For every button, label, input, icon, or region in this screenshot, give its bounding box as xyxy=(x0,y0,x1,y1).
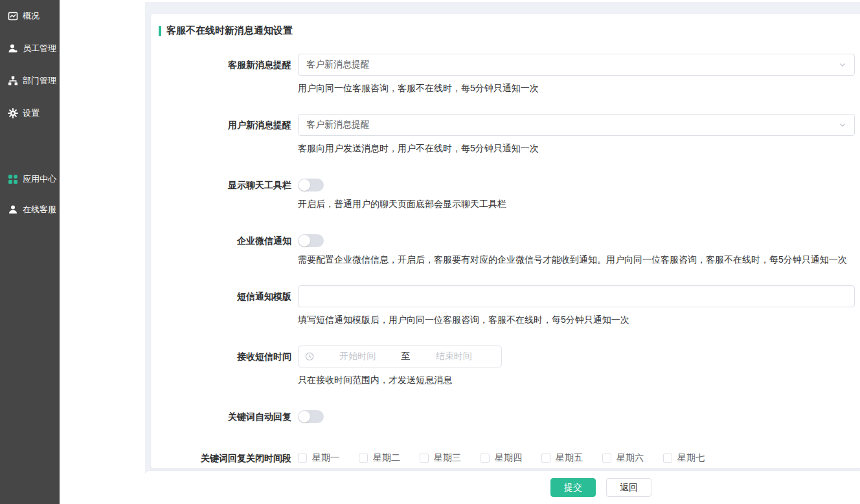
checkbox-tuesday[interactable]: 星期二 xyxy=(359,452,400,464)
field-helper: 需要配置企业微信信息，开启后，客服要有对应的企业微信号才能收到通知。用户向同一位… xyxy=(298,253,855,266)
field-label: 显示聊天工具栏 xyxy=(159,174,291,210)
sidebar-item-online-service[interactable]: 在线客服 xyxy=(0,195,60,224)
sidebar-item-department[interactable]: 部门管理 xyxy=(0,65,60,97)
checkbox-icon xyxy=(359,454,368,463)
checkbox-friday[interactable]: 星期五 xyxy=(541,452,583,464)
checkbox-sunday[interactable]: 星期七 xyxy=(663,452,705,464)
sidebar-item-label: 部门管理 xyxy=(23,75,56,87)
sidebar-item-label: 设置 xyxy=(23,107,40,119)
footer-action-bar: 提交 返回 xyxy=(145,471,860,504)
weekday-checkbox-group: 星期一 星期二 星期三 星期四 星期五 星期六 星期七 xyxy=(298,447,855,468)
start-time-placeholder[interactable]: 开始时间 xyxy=(317,351,399,362)
field-label: 短信通知模版 xyxy=(159,285,291,326)
field-label: 接收短信时间 xyxy=(159,345,291,386)
form-row-chat-toolbar: 显示聊天工具栏 开启后，普通用户的聊天页面底部会显示聊天工具栏 xyxy=(159,174,855,210)
field-label: 企业微信通知 xyxy=(159,230,291,266)
toggle-knob xyxy=(299,235,310,247)
submit-button[interactable]: 提交 xyxy=(550,478,596,497)
checkbox-monday[interactable]: 星期一 xyxy=(298,452,339,464)
form-row-keyword-close-period: 关键词回复关闭时间段 星期一 星期二 星期三 星期四 星期五 星期六 星期七 xyxy=(159,447,855,468)
field-helper: 用户向同一位客服咨询，客服不在线时，每5分钟只通知一次 xyxy=(298,82,855,94)
checkbox-thursday[interactable]: 星期四 xyxy=(481,452,522,464)
form-row-keyword-autoreply: 关键词自动回复 xyxy=(159,406,855,428)
app-center-icon xyxy=(8,174,18,184)
clock-icon xyxy=(305,352,314,361)
section-accent-bar xyxy=(159,26,161,36)
top-strip xyxy=(145,0,860,2)
chevron-down-icon xyxy=(839,61,846,69)
sidebar-item-overview[interactable]: 概况 xyxy=(0,0,60,32)
sms-time-range-picker[interactable]: 开始时间 至 结束时间 xyxy=(298,345,502,367)
wecom-notify-toggle[interactable] xyxy=(298,234,324,247)
toggle-knob xyxy=(299,411,310,422)
sidebar-item-staff[interactable]: 员工管理 xyxy=(0,32,60,65)
checkbox-icon xyxy=(298,454,307,463)
form-row-cs-new-message: 客服新消息提醒 客户新消息提醒 用户向同一位客服咨询，客服不在线时，每5分钟只通… xyxy=(159,54,855,94)
select-value: 客户新消息提醒 xyxy=(306,119,839,131)
field-helper: 填写短信通知模版后，用户向同一位客服咨询，客服不在线时，每5分钟只通知一次 xyxy=(298,313,855,326)
online-service-icon xyxy=(8,204,18,215)
end-time-placeholder[interactable]: 结束时间 xyxy=(413,351,495,362)
sidebar-item-app-center[interactable]: 应用中心 xyxy=(0,163,60,195)
back-button[interactable]: 返回 xyxy=(606,478,651,497)
field-helper: 开启后，普通用户的聊天页面底部会显示聊天工具栏 xyxy=(298,197,855,210)
overview-icon xyxy=(8,11,18,21)
secondary-sidebar xyxy=(60,0,145,504)
department-icon xyxy=(8,76,18,86)
chat-toolbar-toggle[interactable] xyxy=(298,179,324,192)
field-label: 关键词回复关闭时间段 xyxy=(159,447,291,468)
sidebar-item-label: 在线客服 xyxy=(23,204,56,215)
keyword-autoreply-toggle[interactable] xyxy=(298,410,324,423)
form-row-sms-time: 接收短信时间 开始时间 至 结束时间 只在接收时间范围内，才发送短息消息 xyxy=(159,345,855,386)
field-helper: 客服向用户发送消息时，用户不在线时，每5分钟只通知一次 xyxy=(298,142,855,155)
field-label: 用户新消息提醒 xyxy=(159,114,291,155)
primary-sidebar: 概况 员工管理 部门管理 设置 应用中心 xyxy=(0,0,60,504)
user-new-message-select[interactable]: 客户新消息提醒 xyxy=(298,114,855,136)
sms-template-input[interactable] xyxy=(298,285,855,307)
main-area: 客服不在线时新消息通知设置 客服新消息提醒 客户新消息提醒 用户向同一位客服咨询… xyxy=(145,0,860,504)
form-row-wecom-notify: 企业微信通知 需要配置企业微信信息，开启后，客服要有对应的企业微信号才能收到通知… xyxy=(159,230,855,266)
checkbox-icon xyxy=(602,454,611,463)
form-row-user-new-message: 用户新消息提醒 客户新消息提醒 客服向用户发送消息时，用户不在线时，每5分钟只通… xyxy=(159,114,855,155)
toggle-knob xyxy=(299,179,310,191)
field-label: 关键词自动回复 xyxy=(159,406,291,428)
checkbox-icon xyxy=(420,454,429,463)
form-row-sms-template: 短信通知模版 填写短信通知模版后，用户向同一位客服咨询，客服不在线时，每5分钟只… xyxy=(159,285,855,326)
sidebar-item-label: 概况 xyxy=(23,10,40,22)
settings-card: 客服不在线时新消息通知设置 客服新消息提醒 客户新消息提醒 用户向同一位客服咨询… xyxy=(151,14,860,468)
sidebar-item-label: 应用中心 xyxy=(23,173,56,185)
cs-new-message-select[interactable]: 客户新消息提醒 xyxy=(298,54,855,76)
settings-icon xyxy=(8,108,18,118)
field-label: 客服新消息提醒 xyxy=(159,54,291,94)
sidebar-item-label: 员工管理 xyxy=(23,43,56,54)
select-value: 客户新消息提醒 xyxy=(306,59,839,71)
chevron-down-icon xyxy=(839,121,846,129)
staff-icon xyxy=(8,43,18,54)
time-range-separator: 至 xyxy=(399,351,413,362)
field-helper: 只在接收时间范围内，才发送短息消息 xyxy=(298,373,855,386)
checkbox-icon xyxy=(663,454,672,463)
checkbox-saturday[interactable]: 星期六 xyxy=(602,452,644,464)
sidebar-item-settings[interactable]: 设置 xyxy=(0,97,60,129)
section-title: 客服不在线时新消息通知设置 xyxy=(159,25,855,37)
section-title-text: 客服不在线时新消息通知设置 xyxy=(166,25,293,37)
checkbox-icon xyxy=(481,454,490,463)
checkbox-wednesday[interactable]: 星期三 xyxy=(420,452,461,464)
checkbox-icon xyxy=(541,454,550,463)
